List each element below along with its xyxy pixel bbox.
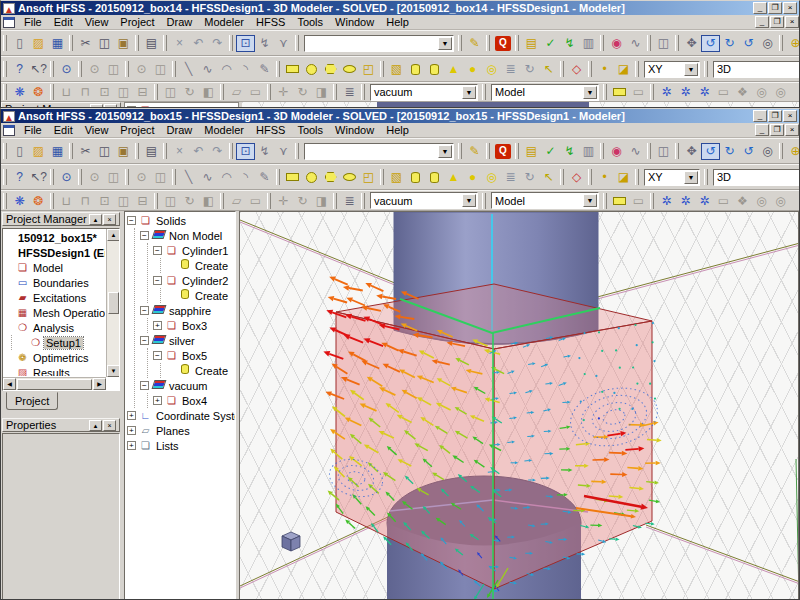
create-relative-cs-icon[interactable]: ✲ (657, 192, 676, 209)
monitor-job-icon[interactable]: ⋎ (274, 35, 293, 52)
unite-icon[interactable]: ⊔ (57, 84, 76, 101)
new-icon[interactable]: ▯ (10, 143, 29, 160)
tree-item-cylinder2[interactable]: −❏Cylinder2 (153, 273, 235, 288)
draw-spline-icon[interactable]: ∿ (198, 169, 217, 186)
expand-icon[interactable]: + (153, 396, 162, 405)
set-working-cs-icon[interactable]: ▭ (714, 192, 733, 209)
measure-position-icon[interactable]: ◎ (771, 84, 790, 101)
object-transparency-icon[interactable]: ▭ (629, 84, 648, 101)
dropdown-arrow-icon[interactable]: ▼ (684, 63, 698, 76)
dropdown-arrow-icon[interactable]: ▼ (462, 86, 476, 99)
modeler-viewport[interactable] (239, 211, 799, 600)
draw-polygon-icon[interactable] (321, 169, 340, 186)
tree-item-create[interactable]: Create (166, 258, 235, 273)
profile-icon[interactable]: ▥ (579, 35, 598, 52)
restore-button[interactable]: ❐ (768, 110, 782, 122)
create-report-icon[interactable]: ∿ (626, 143, 645, 160)
copy-icon[interactable]: ◫ (95, 143, 114, 160)
draw-sweep-icon[interactable]: ↖ (539, 169, 558, 186)
draw-ellipse-icon[interactable] (340, 61, 359, 78)
tree-item-setup1[interactable]: ❍Setup1 (17, 335, 105, 350)
measure-icon[interactable]: ◎ (752, 192, 771, 209)
tab-project[interactable]: Project (6, 392, 58, 410)
minimize-button[interactable]: _ (755, 16, 769, 28)
material-combobox[interactable]: vacuum▼ (370, 84, 478, 101)
solution-data-icon[interactable]: ▤ (522, 143, 541, 160)
draw-regular-cylinder-icon[interactable] (425, 61, 444, 78)
movement-mode-combobox[interactable]: 3D▼ (713, 169, 799, 186)
horizontal-scrollbar[interactable]: ◀ ▶ (3, 377, 106, 390)
solution-data-icon[interactable]: ▤ (522, 35, 541, 52)
menu-tools[interactable]: Tools (291, 15, 329, 29)
offset-icon[interactable]: ▭ (246, 192, 265, 209)
move-icon[interactable]: ✛ (274, 192, 293, 209)
submit-job-icon[interactable]: ↯ (255, 143, 274, 160)
scroll-left-icon[interactable]: ◀ (3, 378, 16, 390)
validate-icon[interactable]: ✓ (541, 35, 560, 52)
object-color-icon[interactable] (610, 192, 629, 209)
tree-item-sapphire[interactable]: −sapphire (140, 303, 235, 318)
field-overlay-icon[interactable]: ◉ (607, 143, 626, 160)
help-topics-icon[interactable]: ? (10, 169, 29, 186)
scale-icon[interactable]: ▱ (227, 84, 246, 101)
close-button[interactable]: × (783, 110, 797, 122)
menu-project[interactable]: Project (114, 123, 160, 137)
dropdown-arrow-icon[interactable]: ▼ (583, 86, 597, 99)
rotate-model-icon[interactable]: ↺ (701, 143, 720, 160)
duplicate-around-axis-icon[interactable]: ↻ (180, 84, 199, 101)
dropdown-arrow-icon[interactable]: ▼ (462, 194, 476, 207)
collapse-icon[interactable]: − (140, 381, 149, 390)
tree-item-planes[interactable]: +▱Planes (127, 423, 235, 438)
restore-button[interactable]: ❐ (768, 2, 782, 14)
set-working-cs-icon[interactable]: ▭ (714, 84, 733, 101)
view-cs-icon[interactable]: ❖ (733, 192, 752, 209)
draw-helix-icon[interactable]: ↻ (520, 61, 539, 78)
show-selection-icon[interactable]: ⊙ (132, 61, 151, 78)
menu-draw[interactable]: Draw (161, 15, 199, 29)
draw-polyhedron-icon[interactable]: ◇ (567, 169, 586, 186)
draw-cone-icon[interactable]: ▲ (444, 169, 463, 186)
collapse-panel-button[interactable]: ▴ (89, 420, 102, 431)
scroll-down-icon[interactable]: ▼ (107, 365, 120, 377)
close-button[interactable]: × (783, 2, 797, 14)
pan-icon[interactable]: ✥ (682, 143, 701, 160)
view-cs-icon[interactable]: ❖ (733, 84, 752, 101)
collapse-icon[interactable]: − (153, 246, 162, 255)
draw-rectangle-icon[interactable] (283, 61, 302, 78)
new-icon[interactable]: ▯ (10, 35, 29, 52)
menu-window[interactable]: Window (329, 15, 380, 29)
draw-ellipse-icon[interactable] (340, 169, 359, 186)
desktop-solve-icon[interactable]: ⊡ (236, 143, 255, 160)
draw-box-icon[interactable]: ▧ (387, 169, 406, 186)
move-icon[interactable]: ✛ (274, 84, 293, 101)
draw-stack-icon[interactable]: ≣ (501, 61, 520, 78)
menu-modeler[interactable]: Modeler (198, 123, 250, 137)
duplicate-mirror-icon[interactable]: ◧ (199, 192, 218, 209)
draw-stack-icon[interactable]: ≣ (501, 169, 520, 186)
tree-item-box3[interactable]: +❏Box3 (153, 318, 235, 333)
edit-sources-icon[interactable]: ✎ (465, 143, 484, 160)
maxwell-q-icon[interactable]: Q (495, 36, 511, 51)
draw-arc-3pt-icon[interactable]: ◠ (217, 61, 236, 78)
mdi-document-icon[interactable] (3, 17, 15, 28)
zoom-in-rect-icon[interactable]: ⊕ (786, 35, 799, 52)
rotate-axis-icon[interactable]: ↻ (720, 35, 739, 52)
draw-line-icon[interactable]: ╲ (179, 169, 198, 186)
hide-in-view-icon[interactable]: ◫ (104, 61, 123, 78)
expand-icon[interactable]: + (127, 411, 136, 420)
tree-item-hfssdesign1-eige[interactable]: HFSSDesign1 (Eige (4, 245, 105, 260)
monitor-job-icon[interactable]: ⋎ (274, 143, 293, 160)
imprint-icon[interactable]: ⊟ (133, 192, 152, 209)
tree-item-coordinate-system[interactable]: +∟Coordinate System (127, 408, 235, 423)
save-icon[interactable]: ▦ (48, 35, 67, 52)
object-type-combobox[interactable]: Model▼ (491, 84, 599, 101)
show-in-view-icon[interactable]: ◫ (151, 61, 170, 78)
search-combobox[interactable]: ▼ (304, 35, 454, 52)
create-face-cs-icon[interactable]: ✲ (676, 192, 695, 209)
split-icon[interactable]: ◫ (114, 192, 133, 209)
draw-cone-icon[interactable]: ▲ (444, 61, 463, 78)
visibility-icon[interactable]: ⊙ (57, 61, 76, 78)
delete-icon[interactable]: × (170, 35, 189, 52)
minimize-button[interactable]: _ (755, 124, 769, 136)
vertical-scrollbar[interactable]: ▲ ▼ (106, 229, 119, 377)
